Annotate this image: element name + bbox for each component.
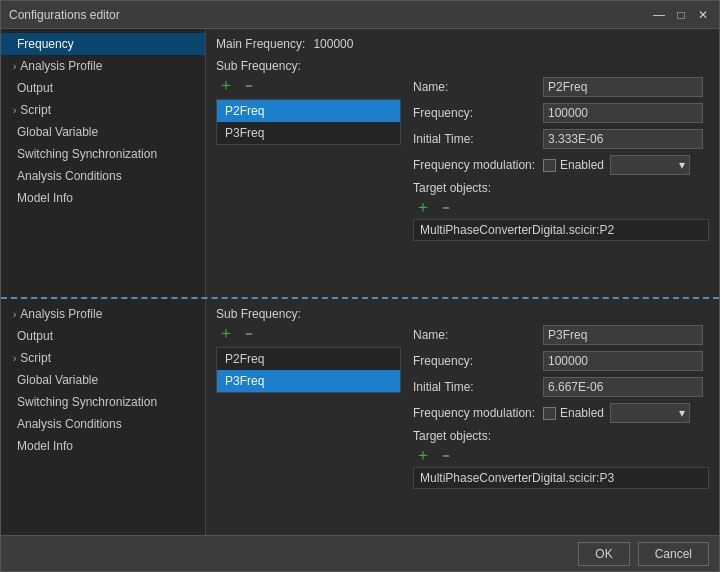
top-list-item-p3freq[interactable]: P3Freq: [217, 122, 400, 144]
bottom-sidebar-item-script[interactable]: › Script: [1, 347, 205, 369]
sidebar-item-global-variable[interactable]: Global Variable: [1, 121, 205, 143]
main-content: Frequency › Analysis Profile Output › Sc…: [1, 29, 719, 571]
sidebar-item-analysis-profile[interactable]: › Analysis Profile: [1, 55, 205, 77]
top-frequency-input[interactable]: [543, 103, 703, 123]
bottom-freq-mod-checkbox[interactable]: [543, 407, 556, 420]
sidebar-label-model-info: Model Info: [17, 191, 73, 205]
top-enabled-label: Enabled: [560, 158, 604, 172]
bottom-target-icons-row: ＋ －: [413, 447, 709, 463]
bottom-arrow-script: ›: [13, 353, 16, 364]
sidebar-label-global-variable: Global Variable: [17, 125, 98, 139]
bottom-frequency-row: Frequency:: [413, 351, 709, 371]
add-target-button-top[interactable]: ＋: [413, 199, 433, 215]
bottom-target-objects-box: MultiPhaseConverterDigital.scicir:P3: [413, 467, 709, 489]
bottom-freq-list: P2Freq P3Freq: [216, 347, 401, 393]
bottom-sidebar-label-analysis-profile: Analysis Profile: [20, 307, 102, 321]
arrow-analysis-profile: ›: [13, 61, 16, 72]
bottom-sidebar-item-output[interactable]: Output: [1, 325, 205, 347]
top-sidebar: Frequency › Analysis Profile Output › Sc…: [1, 29, 206, 297]
bottom-initial-time-row: Initial Time:: [413, 377, 709, 397]
sidebar-label-analysis-profile: Analysis Profile: [20, 59, 102, 73]
sidebar-label-script: Script: [20, 103, 51, 117]
bottom-right-panel: Sub Frequency: ＋ － P2Freq P3Freq: [206, 299, 719, 535]
ok-button[interactable]: OK: [578, 542, 629, 566]
sidebar-item-script[interactable]: › Script: [1, 99, 205, 121]
sidebar-item-output[interactable]: Output: [1, 77, 205, 99]
bottom-freq-mod-dropdown[interactable]: ▾: [610, 403, 690, 423]
sidebar-item-analysis-conditions[interactable]: Analysis Conditions: [1, 165, 205, 187]
bottom-sidebar-label-switching-sync: Switching Synchronization: [17, 395, 157, 409]
sidebar-item-switching-sync[interactable]: Switching Synchronization: [1, 143, 205, 165]
bottom-name-label: Name:: [413, 328, 543, 342]
bottom-sidebar-item-global-variable[interactable]: Global Variable: [1, 369, 205, 391]
top-freq-mod-dropdown[interactable]: ▾: [610, 155, 690, 175]
top-name-label: Name:: [413, 80, 543, 94]
top-freq-list: P2Freq P3Freq: [216, 99, 401, 145]
bottom-pane: › Analysis Profile Output › Script Globa…: [1, 299, 719, 535]
sidebar-label-frequency: Frequency: [17, 37, 74, 51]
bottom-frequency-input[interactable]: [543, 351, 703, 371]
top-freq-modulation-row: Frequency modulation: Enabled ▾: [413, 155, 709, 175]
bottom-sidebar-label-script: Script: [20, 351, 51, 365]
bottom-sidebar-label-model-info: Model Info: [17, 439, 73, 453]
bottom-list-item-p3freq[interactable]: P3Freq: [217, 370, 400, 392]
bottom-list-item-p2freq-label: P2Freq: [225, 352, 264, 366]
bottom-name-input[interactable]: [543, 325, 703, 345]
top-target-objects-label: Target objects:: [413, 181, 709, 195]
top-freq-modulation-label: Frequency modulation:: [413, 158, 543, 172]
add-sub-freq-button-bottom[interactable]: ＋: [216, 325, 236, 341]
top-right-col: Name: Frequency: Initial Time: Freq: [413, 77, 709, 241]
top-initial-time-input[interactable]: [543, 129, 703, 149]
top-name-row: Name:: [413, 77, 709, 97]
bottom-enabled-label: Enabled: [560, 406, 604, 420]
top-freq-mod-checkbox[interactable]: [543, 159, 556, 172]
top-list-item-p2freq[interactable]: P2Freq: [217, 100, 400, 122]
arrow-script: ›: [13, 105, 16, 116]
top-target-value: MultiPhaseConverterDigital.scicir:P2: [420, 223, 614, 237]
bottom-sidebar-label-analysis-conditions: Analysis Conditions: [17, 417, 122, 431]
remove-sub-freq-button[interactable]: －: [240, 78, 258, 92]
bottom-right-col: Name: Frequency: Initial Time: Freq: [413, 325, 709, 489]
top-left-col: ＋ － P2Freq P3Freq: [216, 77, 401, 241]
close-button[interactable]: ✕: [695, 7, 711, 23]
configurations-editor-window: Configurations editor — □ ✕ Frequency › …: [0, 0, 720, 572]
add-target-button-bottom[interactable]: ＋: [413, 447, 433, 463]
top-name-input[interactable]: [543, 77, 703, 97]
remove-target-button-bottom[interactable]: －: [437, 448, 455, 462]
top-initial-time-label: Initial Time:: [413, 132, 543, 146]
bottom-sidebar-item-switching-sync[interactable]: Switching Synchronization: [1, 391, 205, 413]
sidebar-label-switching-sync: Switching Synchronization: [17, 147, 157, 161]
bottom-target-value: MultiPhaseConverterDigital.scicir:P3: [420, 471, 614, 485]
main-frequency-value: 100000: [313, 37, 353, 51]
top-target-objects-box: MultiPhaseConverterDigital.scicir:P2: [413, 219, 709, 241]
bottom-list-item-p2freq[interactable]: P2Freq: [217, 348, 400, 370]
bottom-sidebar: › Analysis Profile Output › Script Globa…: [1, 299, 206, 535]
main-frequency-row: Main Frequency: 100000: [216, 37, 709, 51]
bottom-freq-modulation-label: Frequency modulation:: [413, 406, 543, 420]
top-pane: Frequency › Analysis Profile Output › Sc…: [1, 29, 719, 299]
top-frequency-row: Frequency:: [413, 103, 709, 123]
sidebar-label-output: Output: [17, 81, 53, 95]
window-title: Configurations editor: [9, 8, 120, 22]
bottom-sidebar-item-model-info[interactable]: Model Info: [1, 435, 205, 457]
bottom-sidebar-item-analysis-conditions[interactable]: Analysis Conditions: [1, 413, 205, 435]
bottom-initial-time-input[interactable]: [543, 377, 703, 397]
sidebar-item-model-info[interactable]: Model Info: [1, 187, 205, 209]
remove-target-button-top[interactable]: －: [437, 200, 455, 214]
remove-sub-freq-button-bottom[interactable]: －: [240, 326, 258, 340]
main-frequency-label: Main Frequency:: [216, 37, 305, 51]
top-content-split: ＋ － P2Freq P3Freq: [216, 77, 709, 241]
minimize-button[interactable]: —: [651, 7, 667, 23]
bottom-sidebar-label-output: Output: [17, 329, 53, 343]
restore-button[interactable]: □: [673, 7, 689, 23]
bottom-icons-row: ＋ －: [216, 325, 401, 341]
bottom-initial-time-label: Initial Time:: [413, 380, 543, 394]
sub-frequency-label-top: Sub Frequency:: [216, 59, 709, 73]
bottom-sidebar-item-analysis-profile[interactable]: › Analysis Profile: [1, 303, 205, 325]
sidebar-item-frequency[interactable]: Frequency: [1, 33, 205, 55]
chevron-down-icon: ▾: [679, 158, 685, 172]
add-sub-freq-button[interactable]: ＋: [216, 77, 236, 93]
cancel-button[interactable]: Cancel: [638, 542, 709, 566]
bottom-name-row: Name:: [413, 325, 709, 345]
bottom-chevron-down-icon: ▾: [679, 406, 685, 420]
